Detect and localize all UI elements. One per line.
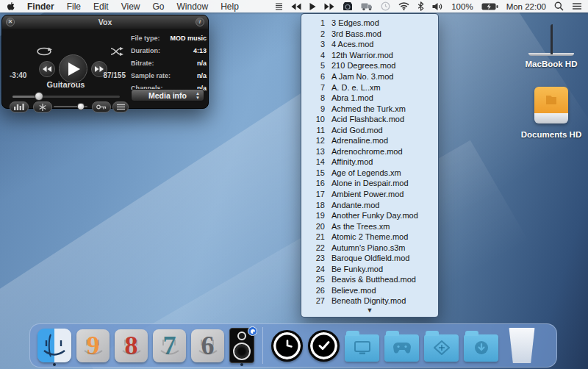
speaker-tweeter (237, 332, 246, 340)
info-button[interactable]: i (196, 18, 204, 26)
list-item[interactable]: 5210 Degrees.mod (301, 60, 438, 71)
list-item[interactable]: 412th Warrior.mod (301, 50, 438, 61)
menu-clock[interactable]: Mon 22:00 (506, 2, 546, 11)
media-info-dropdown[interactable]: Media info ▲▼ (131, 89, 204, 101)
playlist-button[interactable] (112, 101, 129, 112)
list-item[interactable]: 20As the Trees.xm (301, 221, 438, 232)
menu-help[interactable]: Help (220, 1, 239, 12)
list-item[interactable]: 34 Aces.mod (301, 39, 438, 50)
volume-slider[interactable] (54, 106, 87, 107)
volume-knob[interactable] (77, 103, 85, 110)
system-6-icon: 6 (191, 329, 224, 362)
fast-forward-menu-icon[interactable] (324, 3, 334, 10)
track-number: 9 (307, 104, 325, 113)
dock-item-downloads-folder[interactable] (464, 324, 498, 367)
macbook-icon (528, 26, 574, 56)
menu-view[interactable]: View (121, 1, 140, 12)
list-item[interactable]: 24Be Funky.mod (301, 264, 438, 275)
desktop-icon-macbook-hd[interactable]: MacBook HD (516, 26, 587, 68)
desktop-icon-documents-hd[interactable]: Documents HD (516, 87, 587, 139)
list-item[interactable]: 8Abra 1.mod (301, 93, 438, 104)
track-filename: Beneath Dignity.mod (331, 296, 406, 305)
key-button[interactable] (92, 101, 111, 112)
progress-knob[interactable] (35, 92, 43, 101)
menu-file[interactable]: File (67, 1, 81, 12)
info-label: File type: (131, 35, 160, 42)
list-item[interactable]: 27Beneath Dignity.mod (301, 295, 438, 307)
list-item[interactable]: 9Achmed the Turk.xm (301, 103, 438, 114)
dock-item-mac-os-9[interactable]: 9 (76, 324, 110, 367)
track-filename: Be Funky.mod (331, 265, 383, 273)
spotlight-search-icon[interactable] (554, 1, 564, 11)
list-item[interactable]: 13Adrenochrome.mod (301, 146, 438, 157)
play-menu-icon[interactable] (309, 3, 316, 10)
track-filename: As the Trees.xm (331, 222, 390, 231)
dock-item-applications-folder[interactable] (424, 324, 459, 367)
list-item[interactable]: 16Alone in Despair.mod (301, 178, 438, 189)
menu-go[interactable]: Go (153, 1, 165, 12)
dropdown-arrows-icon: ▲▼ (196, 91, 200, 100)
list-item[interactable]: 23Baroque Oldfield.mod (301, 253, 438, 264)
dock-item-vox[interactable] (229, 324, 254, 367)
list-item[interactable]: 26Believe.mod (301, 285, 438, 296)
track-filename: Achmed the Turk.xm (331, 104, 406, 113)
dock-item-finder[interactable] (37, 324, 71, 367)
vox-menu-icon[interactable] (343, 1, 353, 11)
vox-list-menu-icon[interactable] (275, 2, 283, 11)
equalizer-button[interactable] (10, 101, 29, 112)
repeat-icon[interactable] (36, 47, 52, 56)
list-item[interactable]: 15Age of Legends.xm (301, 168, 438, 179)
list-item[interactable]: 25Beavis & Butthead.mod (301, 274, 438, 285)
menu-finder[interactable]: Finder (27, 1, 54, 12)
rewind-menu-icon[interactable] (291, 3, 301, 10)
list-item[interactable]: 10Acid Flashback.mod (301, 114, 438, 125)
list-item[interactable]: 23rd Bass.mod (301, 29, 438, 40)
list-item[interactable]: 11Acid God.mod (301, 124, 438, 135)
list-item[interactable]: 12Adrenaline.mod (301, 135, 438, 146)
notification-center-icon[interactable] (572, 2, 582, 10)
truck-menu-icon[interactable] (361, 2, 373, 11)
track-filename: Another Funky Day.mod (331, 211, 418, 220)
dock-item-games-folder[interactable] (384, 324, 419, 367)
dock-item-movies-folder[interactable] (345, 324, 379, 367)
vox-player-window: ✕ Vox i -3:40 87/155 Guitarous (1, 15, 209, 109)
info-row-duration: Duration: 4:13 (131, 47, 207, 54)
wifi-icon[interactable] (398, 2, 409, 10)
vox-title-bar[interactable]: ✕ Vox i (2, 15, 208, 29)
menu-edit[interactable]: Edit (93, 1, 109, 12)
track-filename: Acid Flashback.mod (331, 115, 404, 123)
time-machine-icon[interactable] (381, 1, 390, 11)
track-filename: Autumn's Piano.s3m (331, 243, 406, 252)
window-title: Vox (2, 18, 208, 26)
dock-item-mac-os-8[interactable]: 8 (115, 324, 148, 367)
volume-icon[interactable] (432, 2, 443, 11)
effects-button[interactable] (33, 101, 52, 112)
shuffle-icon[interactable] (110, 47, 123, 56)
scroll-down-arrow[interactable]: ▼ (301, 307, 438, 315)
apple-menu[interactable] (6, 1, 15, 12)
list-item[interactable]: 7A. D. e. L..xm (301, 82, 438, 93)
list-item[interactable]: 6A Jam No. 3.mod (301, 71, 438, 82)
menu-window[interactable]: Window (177, 1, 209, 12)
list-item[interactable]: 17Ambient Power.mod (301, 189, 438, 200)
playlist-menu: 13 Edges.mod23rd Bass.mod34 Aces.mod412t… (301, 13, 439, 318)
previous-button[interactable] (39, 61, 55, 77)
list-item[interactable]: 18Andante.mod (301, 199, 438, 210)
bluetooth-icon[interactable] (417, 1, 424, 11)
list-item[interactable]: 22Autumn's Piano.s3m (301, 242, 438, 253)
dock-item-system-6[interactable]: 6 (191, 324, 224, 367)
list-item[interactable]: 21Atomic 2 Theme.mod (301, 232, 438, 243)
list-item[interactable]: 19Another Funky Day.mod (301, 210, 438, 221)
dock-item-clock-app[interactable] (271, 324, 303, 367)
speaker-woofer (233, 343, 251, 360)
play-button[interactable] (59, 54, 87, 83)
progress-slider[interactable] (12, 96, 120, 98)
track-filename: Alone in Despair.mod (331, 179, 409, 187)
list-item[interactable]: 13 Edges.mod (301, 18, 438, 29)
track-filename: Adrenochrome.mod (331, 147, 403, 156)
dock-item-tasks-app[interactable] (308, 324, 340, 367)
dock-item-trash[interactable] (508, 324, 536, 367)
list-item[interactable]: 14Affinity.mod (301, 157, 438, 168)
dock-item-system-7[interactable]: 7 (153, 324, 186, 367)
track-filename: 3rd Bass.mod (331, 29, 381, 38)
